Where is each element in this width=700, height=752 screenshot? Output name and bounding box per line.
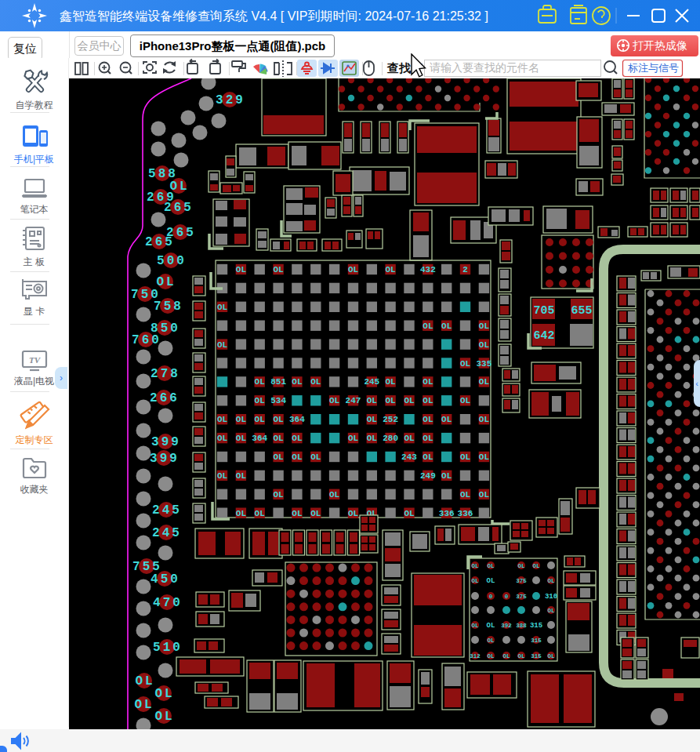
svg-text:OL: OL: [404, 396, 415, 405]
svg-text:642: 642: [533, 329, 554, 343]
svg-text:OL: OL: [236, 415, 247, 424]
svg-text:OL: OL: [273, 452, 284, 462]
svg-text:OL: OL: [547, 653, 555, 659]
svg-text:OL: OL: [385, 377, 396, 387]
svg-text:OL: OL: [255, 396, 266, 405]
svg-text:OL: OL: [236, 509, 247, 518]
svg-text:OL: OL: [135, 674, 154, 688]
svg-text:OL: OL: [404, 434, 415, 443]
svg-text:336: 336: [458, 509, 473, 518]
svg-text:364: 364: [289, 415, 305, 424]
svg-text:OL: OL: [479, 415, 490, 424]
svg-text:OL: OL: [236, 434, 247, 443]
svg-text:265: 265: [145, 235, 175, 249]
svg-text:OL: OL: [273, 415, 284, 424]
svg-text:375: 375: [516, 594, 527, 600]
svg-text:OL: OL: [273, 434, 284, 443]
svg-text:392: 392: [501, 623, 512, 629]
svg-text:705: 705: [533, 304, 554, 318]
svg-text:OL: OL: [423, 377, 433, 387]
svg-text:0: 0: [489, 594, 493, 600]
svg-text:655: 655: [571, 304, 592, 318]
svg-text:OL: OL: [348, 265, 359, 274]
svg-text:OL: OL: [329, 490, 340, 500]
svg-text:OL: OL: [348, 434, 359, 443]
svg-text:OL: OL: [134, 698, 154, 712]
svg-text:OL: OL: [385, 265, 396, 274]
svg-text:OL: OL: [310, 509, 321, 518]
svg-text:OL: OL: [441, 322, 452, 331]
svg-text:315: 315: [531, 653, 542, 659]
svg-text:OL: OL: [217, 471, 228, 481]
svg-text:500: 500: [157, 254, 187, 268]
svg-text:249: 249: [420, 471, 436, 481]
svg-text:OL: OL: [423, 396, 433, 405]
svg-text:OL: OL: [532, 563, 540, 569]
svg-text:OL: OL: [292, 434, 303, 443]
svg-text:OL: OL: [423, 322, 433, 331]
svg-text:OL: OL: [255, 509, 266, 518]
svg-text:OL: OL: [329, 396, 340, 405]
svg-text:OL: OL: [479, 490, 490, 500]
svg-text:OL: OL: [217, 434, 228, 443]
svg-text:851: 851: [270, 377, 286, 387]
svg-text:OL: OL: [479, 322, 490, 331]
svg-text:335: 335: [476, 359, 491, 369]
svg-text:OL: OL: [423, 415, 433, 424]
svg-text:OL: OL: [487, 653, 495, 659]
svg-text:280: 280: [383, 434, 398, 443]
svg-text:265: 265: [164, 201, 194, 215]
svg-text:OL: OL: [487, 638, 495, 644]
svg-text:534: 534: [270, 396, 286, 405]
svg-text:OL: OL: [487, 577, 495, 585]
svg-text:266: 266: [150, 391, 180, 405]
svg-text:OL: OL: [479, 377, 490, 387]
svg-text:OL: OL: [460, 452, 471, 462]
svg-text:245: 245: [152, 526, 182, 540]
svg-text:OL: OL: [367, 396, 378, 405]
svg-text:OL: OL: [367, 434, 378, 443]
svg-text:510: 510: [153, 641, 183, 655]
svg-text:470: 470: [153, 596, 183, 610]
svg-text:OL: OL: [292, 452, 303, 462]
svg-text:278: 278: [151, 367, 180, 381]
svg-text:OL: OL: [310, 452, 321, 462]
svg-text:OL: OL: [460, 490, 471, 500]
svg-text:TV: TV: [28, 355, 41, 365]
svg-text:OL: OL: [502, 653, 510, 659]
svg-text:OL: OL: [154, 687, 174, 701]
svg-text:OL: OL: [517, 563, 525, 569]
svg-text:OL: OL: [487, 622, 495, 630]
svg-text:OL: OL: [423, 434, 433, 443]
svg-text:OL: OL: [217, 340, 228, 350]
svg-text:OL: OL: [517, 653, 525, 659]
svg-text:OL: OL: [441, 471, 452, 481]
svg-text:758: 758: [154, 300, 183, 314]
svg-text:OL: OL: [217, 415, 228, 424]
svg-text:312: 312: [470, 653, 481, 659]
svg-text:OL: OL: [487, 563, 495, 569]
svg-text:329: 329: [216, 93, 245, 107]
svg-text:标注与信号: 标注与信号: [628, 62, 679, 74]
svg-text:432: 432: [420, 265, 436, 274]
svg-text:OL: OL: [367, 415, 378, 424]
svg-text:0: 0: [505, 594, 509, 600]
svg-text:399: 399: [150, 452, 180, 466]
svg-text:375: 375: [516, 578, 527, 584]
svg-text:OL: OL: [236, 471, 247, 481]
svg-text:OL: OL: [423, 452, 433, 462]
svg-text:OL: OL: [547, 578, 555, 584]
svg-text:OL: OL: [310, 377, 321, 387]
svg-text:OL: OL: [156, 275, 176, 289]
svg-text:364: 364: [252, 434, 267, 443]
svg-text:252: 252: [383, 415, 398, 424]
svg-text:OL: OL: [385, 396, 396, 405]
svg-text:OL: OL: [471, 578, 479, 584]
svg-text:245: 245: [152, 503, 182, 518]
svg-text:247: 247: [346, 396, 361, 405]
svg-text:OL: OL: [255, 377, 266, 387]
svg-text:310: 310: [545, 593, 557, 601]
svg-text:OL: OL: [460, 396, 471, 405]
svg-text:315: 315: [530, 622, 542, 630]
svg-text:OL: OL: [460, 359, 471, 369]
